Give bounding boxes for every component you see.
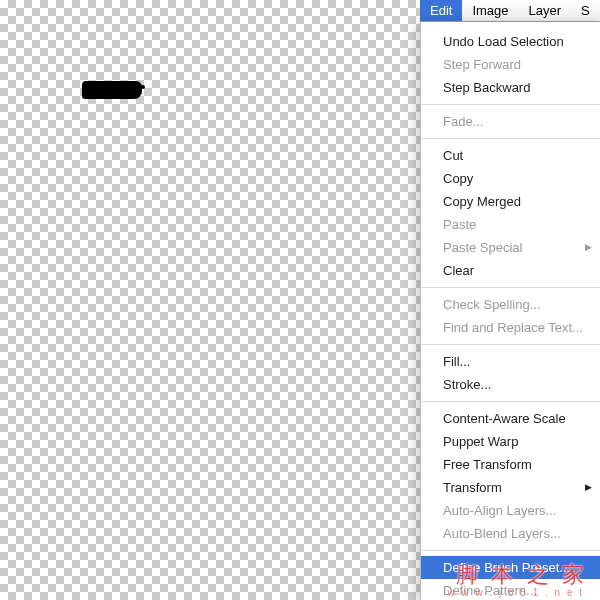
menu-find-replace: Find and Replace Text... bbox=[421, 316, 600, 339]
menu-auto-blend: Auto-Blend Layers... bbox=[421, 522, 600, 545]
menu-auto-align: Auto-Align Layers... bbox=[421, 499, 600, 522]
menu-separator bbox=[421, 401, 600, 402]
menu-separator bbox=[421, 138, 600, 139]
menu-check-spelling: Check Spelling... bbox=[421, 293, 600, 316]
menu-paste: Paste bbox=[421, 213, 600, 236]
menu-cut[interactable]: Cut bbox=[421, 144, 600, 167]
menubar-image[interactable]: Image bbox=[462, 0, 518, 21]
menu-fill[interactable]: Fill... bbox=[421, 350, 600, 373]
menubar-edit[interactable]: Edit bbox=[420, 0, 462, 21]
menu-define-pattern: Define Pattern... bbox=[421, 579, 600, 600]
canvas-transparent-area[interactable] bbox=[0, 0, 420, 600]
menu-copy[interactable]: Copy bbox=[421, 167, 600, 190]
menubar-s-truncated[interactable]: S bbox=[571, 0, 600, 21]
menu-free-transform[interactable]: Free Transform bbox=[421, 453, 600, 476]
menu-paste-special: Paste Special bbox=[421, 236, 600, 259]
edit-menu-dropdown: Undo Load Selection Step Forward Step Ba… bbox=[420, 22, 600, 600]
menubar: Edit Image Layer S bbox=[420, 0, 600, 22]
brush-stroke-sample bbox=[82, 81, 142, 99]
menu-separator bbox=[421, 104, 600, 105]
menu-stroke[interactable]: Stroke... bbox=[421, 373, 600, 396]
menu-separator bbox=[421, 344, 600, 345]
menu-step-forward: Step Forward bbox=[421, 53, 600, 76]
menu-puppet-warp[interactable]: Puppet Warp bbox=[421, 430, 600, 453]
menu-fade: Fade... bbox=[421, 110, 600, 133]
menu-content-aware[interactable]: Content-Aware Scale bbox=[421, 407, 600, 430]
menu-transform[interactable]: Transform bbox=[421, 476, 600, 499]
menu-step-backward[interactable]: Step Backward bbox=[421, 76, 600, 99]
menu-clear[interactable]: Clear bbox=[421, 259, 600, 282]
menubar-layer[interactable]: Layer bbox=[519, 0, 572, 21]
menu-undo[interactable]: Undo Load Selection bbox=[421, 30, 600, 53]
menu-separator bbox=[421, 287, 600, 288]
menu-separator bbox=[421, 550, 600, 551]
menu-define-brush-preset[interactable]: Define Brush Preset... bbox=[421, 556, 600, 579]
menu-copy-merged[interactable]: Copy Merged bbox=[421, 190, 600, 213]
